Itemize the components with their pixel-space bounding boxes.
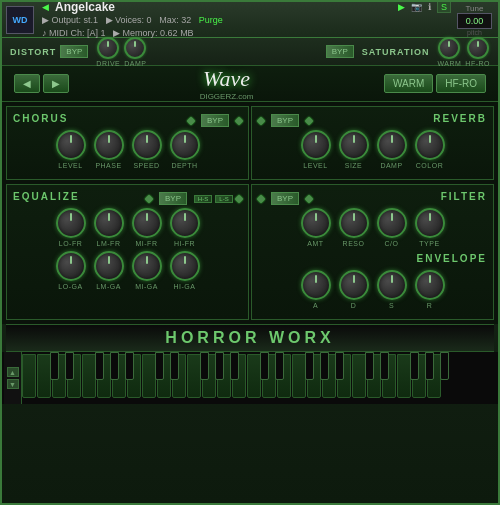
black-key[interactable]	[320, 352, 329, 380]
ls-indicator[interactable]: L-S	[215, 195, 233, 203]
black-key[interactable]	[365, 352, 374, 380]
white-key[interactable]	[247, 354, 261, 398]
black-key[interactable]	[380, 352, 389, 380]
chorus-level-knob[interactable]	[56, 130, 86, 160]
black-key[interactable]	[425, 352, 434, 380]
kbd-up-btn[interactable]: ▲	[7, 367, 19, 377]
white-key[interactable]	[37, 354, 51, 398]
chorus-level-label: LEVEL	[58, 162, 82, 169]
black-key[interactable]	[275, 352, 284, 380]
black-key[interactable]	[95, 352, 104, 380]
black-key[interactable]	[125, 352, 134, 380]
hi-ga-knob[interactable]	[170, 251, 200, 281]
brand-btn-right[interactable]: ▶	[43, 74, 69, 93]
hi-fr-knob[interactable]	[170, 208, 200, 238]
brand-btn-left[interactable]: ◀	[14, 74, 40, 93]
lo-fr-knob[interactable]	[56, 208, 86, 238]
mi-ga-knob[interactable]	[132, 251, 162, 281]
reverb-size-knob[interactable]	[339, 130, 369, 160]
black-key[interactable]	[215, 352, 224, 380]
black-key[interactable]	[260, 352, 269, 380]
eq-byp[interactable]: BYP	[159, 192, 187, 205]
chorus-phase-knob[interactable]	[94, 130, 124, 160]
type-knob[interactable]	[415, 208, 445, 238]
eq-diamond2	[235, 194, 243, 202]
lo-ga-knob[interactable]	[56, 251, 86, 281]
distort-byp[interactable]: BYP	[60, 45, 88, 58]
warm-btn[interactable]: WARM	[384, 74, 433, 93]
brand-row: ◀ ▶ Wave DIGGERZ.com WARM HF-RO	[2, 66, 498, 102]
amt-group: AMT	[301, 208, 331, 247]
white-key[interactable]	[82, 354, 96, 398]
black-key[interactable]	[305, 352, 314, 380]
tune-label: Tune	[466, 4, 484, 13]
preset-arrow-right[interactable]: ▶	[398, 2, 405, 12]
filter-env-panel: BYP FILTER AMT RESO	[251, 184, 494, 320]
white-key[interactable]	[292, 354, 306, 398]
preset-arrow-left[interactable]: ◀	[42, 2, 49, 12]
white-key[interactable]	[22, 354, 36, 398]
white-key[interactable]	[187, 354, 201, 398]
co-knob[interactable]	[377, 208, 407, 238]
eq-panel: EQUALIZE BYP H-S L-S LO-FR LM-FR	[6, 184, 249, 320]
keyboard-wrapper	[22, 352, 496, 404]
reverb-diamond	[257, 116, 265, 124]
black-key[interactable]	[410, 352, 419, 380]
warm-knob[interactable]	[438, 37, 460, 59]
chorus-byp[interactable]: BYP	[201, 114, 229, 127]
env-d-knob[interactable]	[339, 270, 369, 300]
lm-fr-knob[interactable]	[94, 208, 124, 238]
lm-ga-knob[interactable]	[94, 251, 124, 281]
s-btn[interactable]: S	[437, 1, 451, 13]
reverb-damp-knob[interactable]	[377, 130, 407, 160]
mi-fr-knob[interactable]	[132, 208, 162, 238]
drive-knob[interactable]	[97, 37, 119, 59]
saturation-byp[interactable]: BYP	[326, 45, 354, 58]
white-key[interactable]	[142, 354, 156, 398]
white-key[interactable]	[352, 354, 366, 398]
black-key[interactable]	[110, 352, 119, 380]
reverb-knobs: LEVEL SIZE DAMP CoLoR	[258, 130, 487, 169]
kbd-down-btn[interactable]: ▼	[7, 379, 19, 389]
reverb-panel: BYP REVERB LEVEL SIZE DAMP	[251, 106, 494, 180]
black-key[interactable]	[170, 352, 179, 380]
hs-indicator[interactable]: H-S	[194, 195, 212, 203]
co-group: C/O	[377, 208, 407, 247]
eq-diamond	[145, 194, 153, 202]
black-key[interactable]	[155, 352, 164, 380]
chorus-speed-label: SPEED	[133, 162, 159, 169]
black-key[interactable]	[50, 352, 59, 380]
reverb-color-knob[interactable]	[415, 130, 445, 160]
white-key[interactable]	[397, 354, 411, 398]
amt-knob[interactable]	[301, 208, 331, 238]
chorus-depth-knob[interactable]	[170, 130, 200, 160]
filter-byp[interactable]: BYP	[271, 192, 299, 205]
hi-fr-group: HI-FR	[170, 208, 200, 247]
lo-fr-label: LO-FR	[59, 240, 83, 247]
env-a-knob[interactable]	[301, 270, 331, 300]
chorus-speed-knob[interactable]	[132, 130, 162, 160]
hi-ga-label: HI-GA	[174, 283, 196, 290]
reverb-size-label: SIZE	[345, 162, 363, 169]
tune-value[interactable]: 0.00	[457, 13, 492, 29]
env-r-knob[interactable]	[415, 270, 445, 300]
black-key[interactable]	[230, 352, 239, 380]
reverb-level-knob[interactable]	[301, 130, 331, 160]
hf-ro-knob[interactable]	[467, 37, 489, 59]
brand-footer: HORROR WORX	[6, 324, 494, 352]
black-key[interactable]	[65, 352, 74, 380]
env-title: ENVELOPE	[417, 253, 487, 264]
env-knobs: A D S R	[258, 270, 487, 309]
black-key[interactable]	[200, 352, 209, 380]
chorus-title: CHORUS	[13, 113, 68, 124]
lm-ga-group: LM-GA	[94, 251, 124, 290]
env-s-knob[interactable]	[377, 270, 407, 300]
hf-btn[interactable]: HF-RO	[436, 74, 486, 93]
keyboard: ▲ ▼	[2, 352, 498, 404]
damp-knob[interactable]	[124, 37, 146, 59]
reso-knob[interactable]	[339, 208, 369, 238]
reverb-byp[interactable]: BYP	[271, 114, 299, 127]
black-key[interactable]	[335, 352, 344, 380]
env-d-group: D	[339, 270, 369, 309]
black-key[interactable]	[440, 352, 449, 380]
